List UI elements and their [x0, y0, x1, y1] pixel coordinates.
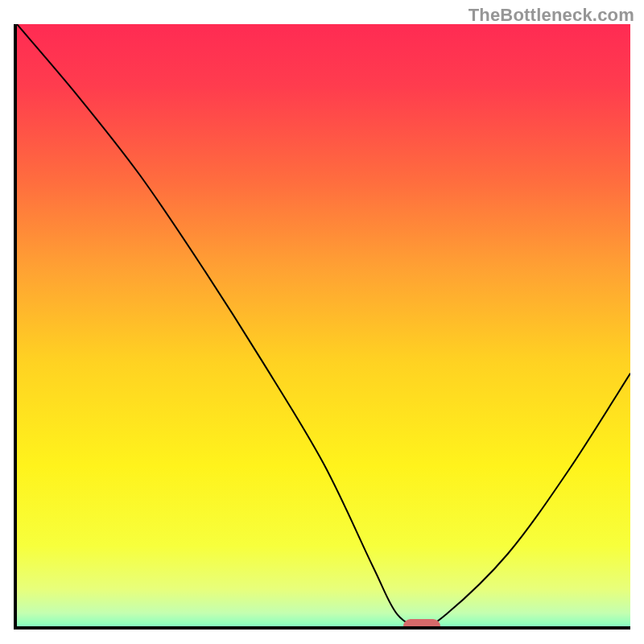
- plot-area: [14, 24, 630, 630]
- bottleneck-curve: [17, 24, 630, 626]
- optimal-marker: [403, 619, 440, 630]
- chart-container: TheBottleneck.com: [0, 0, 644, 644]
- attribution-label: TheBottleneck.com: [469, 5, 634, 26]
